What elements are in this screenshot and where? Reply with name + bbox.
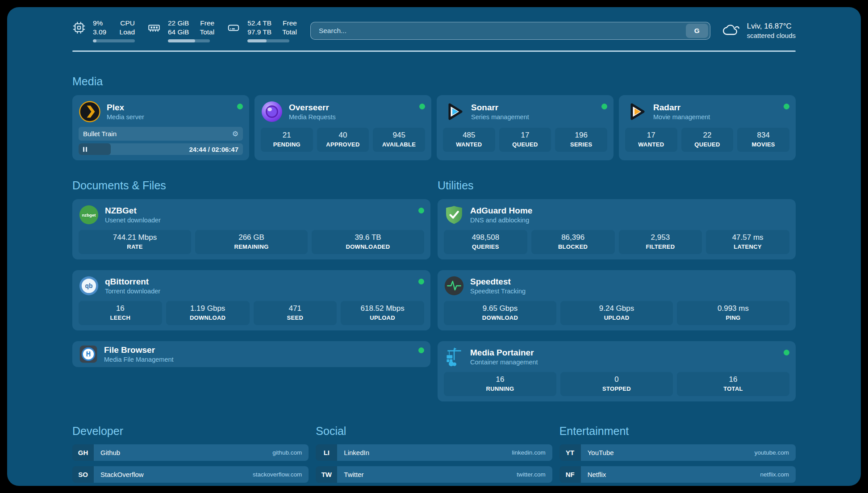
disk-total-label: Total bbox=[282, 28, 297, 37]
status-dot bbox=[601, 104, 607, 109]
bookmark-url: stackoverflow.com bbox=[253, 471, 302, 478]
system-stat-disk: 52.4 TB Free 97.9 TB Total bbox=[227, 19, 297, 42]
stat-tile: 744.21 Mbps RATE bbox=[79, 230, 191, 254]
search-bar: G bbox=[310, 22, 710, 40]
app-name: Media Portainer bbox=[470, 347, 538, 358]
bookmark-abbr: NF bbox=[559, 466, 581, 483]
top-bar: 9% CPU 3.09 Load bbox=[72, 19, 796, 42]
search-input[interactable] bbox=[318, 26, 686, 35]
disk-progress-bar bbox=[247, 39, 289, 42]
settings-gear-icon[interactable]: ⚙ bbox=[232, 130, 238, 138]
filebrowser-icon bbox=[79, 344, 98, 364]
dashboard: 9% CPU 3.09 Load bbox=[7, 7, 861, 486]
speedtest-icon bbox=[444, 276, 464, 296]
stat-tile: 16 LEECH bbox=[79, 301, 162, 325]
memory-icon bbox=[147, 21, 161, 34]
stat-tile: 618.52 Mbps UPLOAD bbox=[341, 301, 424, 325]
cpu-load-label: Load bbox=[118, 28, 135, 37]
stat-tile: 2,953 FILTERED bbox=[619, 230, 702, 254]
status-dot bbox=[418, 208, 424, 213]
bookmark-url: linkedin.com bbox=[512, 449, 546, 456]
memory-free-value: 22 GiB bbox=[168, 19, 189, 28]
system-stat-cpu: 9% CPU 3.09 Load bbox=[72, 19, 135, 42]
app-description: Speedtest Tracking bbox=[470, 287, 526, 296]
section-title-entertainment: Entertainment bbox=[559, 425, 796, 438]
search-engine-button[interactable]: G bbox=[686, 24, 708, 38]
stat-tile: 17 WANTED bbox=[625, 128, 677, 152]
status-dot bbox=[419, 104, 425, 109]
app-card-adguard[interactable]: AdGuard Home DNS and adblocking 498,508 … bbox=[438, 199, 796, 259]
app-name: Overseerr bbox=[289, 102, 336, 113]
stat-tile: 471 SEED bbox=[254, 301, 337, 325]
bookmark-name: Netflix bbox=[588, 471, 606, 478]
cpu-icon bbox=[72, 21, 86, 34]
app-card-sonarr[interactable]: Sonarr Series management 485 WANTED 17 Q… bbox=[437, 95, 613, 160]
app-description: Container management bbox=[470, 358, 538, 367]
app-description: Media Requests bbox=[289, 113, 336, 121]
app-description: DNS and adblocking bbox=[470, 216, 532, 225]
app-name: AdGuard Home bbox=[470, 205, 532, 216]
stat-tile: 0 STOPPED bbox=[560, 372, 673, 396]
stat-tile: 39.6 TB DOWNLOADED bbox=[312, 230, 424, 254]
bookmark-name: YouTube bbox=[588, 449, 614, 456]
topbar-divider bbox=[72, 50, 796, 52]
playback-progress-bar[interactable]: 24:44 / 02:06:47 bbox=[79, 143, 243, 155]
stat-tile: 9.65 Gbps DOWNLOAD bbox=[444, 301, 556, 325]
stat-tile: 22 QUEUED bbox=[681, 128, 734, 152]
pause-button[interactable] bbox=[83, 147, 87, 152]
bookmark-abbr: TW bbox=[316, 466, 337, 483]
stat-tile: 40 APPROVED bbox=[317, 128, 369, 152]
memory-total-label: Total bbox=[200, 28, 214, 37]
memory-total-value: 64 GiB bbox=[168, 28, 189, 37]
weather-widget: Lviv, 16.87°C scattered clouds bbox=[722, 21, 796, 40]
disk-free-label: Free bbox=[282, 19, 297, 28]
cpu-progress-bar bbox=[93, 39, 135, 42]
now-playing-row[interactable]: Bullet Train ⚙ bbox=[79, 127, 243, 141]
nzbget-icon: nzbget bbox=[79, 205, 99, 225]
cpu-usage-value: 9% bbox=[93, 19, 108, 28]
now-playing-title: Bullet Train bbox=[83, 130, 117, 138]
app-name: Sonarr bbox=[471, 102, 529, 113]
stat-tile: 266 GB REMAINING bbox=[195, 230, 308, 254]
radarr-icon bbox=[625, 100, 647, 123]
stat-tile: 196 SERIES bbox=[555, 128, 607, 152]
app-description: Media server bbox=[107, 113, 144, 121]
system-stats: 9% CPU 3.09 Load bbox=[72, 19, 297, 42]
qbittorrent-icon: qb bbox=[79, 276, 99, 296]
app-card-filebrowser[interactable]: File Browser Media File Management bbox=[72, 341, 430, 367]
status-dot bbox=[418, 279, 424, 284]
app-card-portainer[interactable]: Media Portainer Container management 16 … bbox=[438, 341, 796, 401]
app-name: File Browser bbox=[104, 345, 174, 355]
app-card-radarr[interactable]: Radarr Movie management 17 WANTED 22 QUE… bbox=[619, 95, 796, 160]
bookmark-name: Github bbox=[100, 449, 120, 456]
stat-tile: 1.19 Gbps DOWNLOAD bbox=[166, 301, 250, 325]
plex-icon bbox=[79, 100, 101, 123]
status-dot bbox=[418, 347, 424, 353]
bookmark-row-stackoverflow[interactable]: SO StackOverflow stackoverflow.com bbox=[72, 466, 309, 483]
memory-free-label: Free bbox=[200, 19, 214, 28]
bookmark-url: netflix.com bbox=[760, 471, 789, 478]
bookmark-row-linkedin[interactable]: LI LinkedIn linkedin.com bbox=[316, 444, 552, 461]
stat-tile: 0.993 ms PING bbox=[677, 301, 789, 325]
status-dot bbox=[237, 104, 243, 109]
svg-text:qb: qb bbox=[85, 283, 93, 289]
portainer-icon bbox=[444, 347, 464, 367]
app-description: Series management bbox=[471, 113, 529, 121]
svg-text:nzbget: nzbget bbox=[82, 213, 96, 217]
app-card-qbittorrent[interactable]: qb qBittorrent Torrent downloader bbox=[72, 270, 430, 330]
bookmark-row-youtube[interactable]: YT YouTube youtube.com bbox=[559, 444, 796, 461]
app-card-overseerr[interactable]: Overseerr Media Requests 21 PENDING 40 A… bbox=[255, 95, 431, 160]
system-stat-memory: 22 GiB Free 64 GiB Total bbox=[147, 19, 214, 42]
bookmark-row-twitter[interactable]: TW Twitter twitter.com bbox=[316, 466, 552, 483]
section-title-utilities: Utilities bbox=[438, 179, 796, 192]
stat-tile: 834 MOVIES bbox=[737, 128, 789, 152]
bookmark-row-github[interactable]: GH Github github.com bbox=[72, 444, 309, 461]
app-card-speedtest[interactable]: Speedtest Speedtest Tracking 9.65 Gbps D… bbox=[438, 270, 796, 330]
disk-free-value: 52.4 TB bbox=[247, 19, 271, 28]
app-name: NZBGet bbox=[105, 205, 161, 216]
stat-tile: 16 RUNNING bbox=[444, 372, 556, 396]
bookmark-row-netflix[interactable]: NF Netflix netflix.com bbox=[559, 466, 796, 483]
app-card-nzbget[interactable]: nzbget NZBGet Usenet downloader 74 bbox=[72, 199, 430, 259]
bookmark-abbr: LI bbox=[316, 444, 337, 461]
app-card-plex[interactable]: Plex Media server Bullet Train ⚙ bbox=[72, 95, 249, 160]
